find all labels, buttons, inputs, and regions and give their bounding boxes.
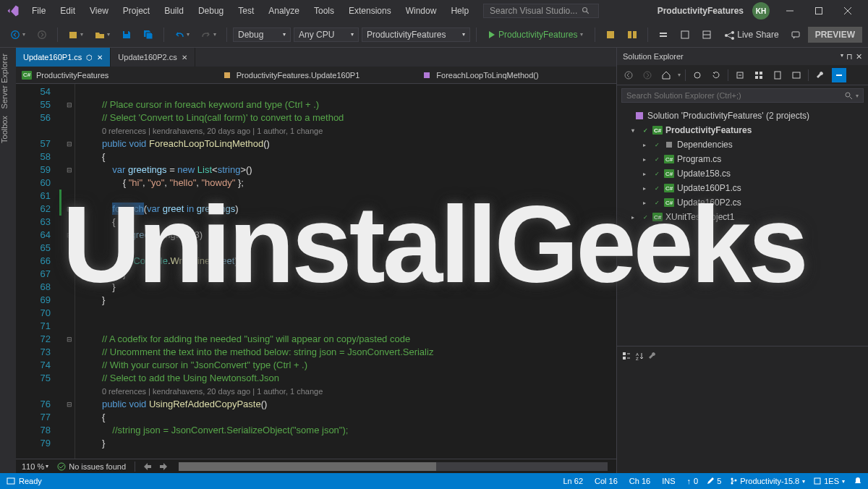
home-icon[interactable] xyxy=(659,68,673,82)
editor-tab[interactable]: Update160P2.cs✕ xyxy=(111,48,195,67)
status-col[interactable]: Col 16 xyxy=(595,477,618,485)
play-icon xyxy=(488,31,495,38)
status-push[interactable]: ↑0 xyxy=(687,477,699,485)
svg-rect-3 xyxy=(816,8,822,14)
preview-icon[interactable] xyxy=(789,68,804,82)
status-ins[interactable]: INS xyxy=(662,477,675,485)
repo-icon xyxy=(814,477,821,485)
nav-member-dropdown[interactable]: ForeachLoopToLinqMethod() xyxy=(416,69,616,82)
collapse-icon[interactable] xyxy=(733,68,747,82)
close-pane-icon[interactable]: ✕ xyxy=(856,52,862,61)
tree-node[interactable]: ▸✓Dependencies xyxy=(617,137,868,152)
undo-button[interactable]: ▾ xyxy=(170,27,194,43)
toolbar-icon-2[interactable] xyxy=(623,27,642,43)
dropdown-icon[interactable]: ▾ xyxy=(841,52,843,61)
status-changes[interactable]: 5 xyxy=(707,477,721,485)
wrench-icon[interactable] xyxy=(813,68,827,82)
zoom-level[interactable]: 110 %▾ xyxy=(22,462,48,471)
side-tab-server-explorer[interactable]: Server Explorer xyxy=(0,54,16,109)
close-button[interactable] xyxy=(833,0,862,22)
menu-analyze[interactable]: Analyze xyxy=(263,3,305,19)
sort-icon[interactable]: AZ xyxy=(634,351,644,361)
menu-view[interactable]: View xyxy=(84,3,114,19)
menu-extensions[interactable]: Extensions xyxy=(343,3,397,19)
redo-button[interactable]: ▾ xyxy=(197,27,221,43)
minimize-button[interactable] xyxy=(775,0,804,22)
show-all-icon[interactable] xyxy=(752,68,766,82)
menu-help[interactable]: Help xyxy=(445,3,475,19)
menu-tools[interactable]: Tools xyxy=(308,3,340,19)
fwd-nav-icon[interactable] xyxy=(640,68,655,82)
tree-node[interactable]: ▸✓C#Update158.cs xyxy=(617,166,868,181)
save-all-button[interactable] xyxy=(139,27,158,43)
view-toggle-icon[interactable] xyxy=(832,68,846,82)
close-tab-icon[interactable]: ✕ xyxy=(97,54,103,61)
platform-dropdown[interactable]: Any CPU▾ xyxy=(294,27,359,42)
refresh-icon[interactable] xyxy=(709,68,723,82)
feedback-button[interactable] xyxy=(786,27,805,43)
toolbar-icon-1[interactable] xyxy=(601,27,620,43)
tree-node[interactable]: ▸✓C#Update160P1.cs xyxy=(617,181,868,195)
issues-indicator[interactable]: No issues found xyxy=(57,462,126,471)
tree-node[interactable]: ▸✓C#Program.cs xyxy=(617,152,868,166)
config-dropdown[interactable]: Debug▾ xyxy=(233,27,291,42)
nav-type-dropdown[interactable]: ProductivityFeatures.Update160P1 xyxy=(216,69,417,82)
menu-build[interactable]: Build xyxy=(158,3,190,19)
prev-issue-icon[interactable] xyxy=(144,463,151,470)
csharp-file-icon: C# xyxy=(664,155,674,163)
start-debug-button[interactable]: ProductivityFeatures▾ xyxy=(482,27,589,43)
properties-icon[interactable] xyxy=(770,68,785,82)
save-button[interactable] xyxy=(117,27,136,43)
live-share-button[interactable]: Live Share xyxy=(720,27,783,43)
editor-tab[interactable]: Update160P1.cs⬡✕ xyxy=(16,48,111,67)
horizontal-scrollbar[interactable] xyxy=(179,462,608,471)
svg-line-37 xyxy=(850,97,852,99)
tree-node[interactable]: ▾✓C#ProductivityFeatures xyxy=(617,123,868,137)
next-issue-icon[interactable] xyxy=(160,463,167,470)
tree-node[interactable]: ▸✓C#Update160P2.cs xyxy=(617,195,868,210)
status-notifications[interactable] xyxy=(854,477,862,485)
back-button[interactable]: ▾ xyxy=(6,27,30,43)
svg-rect-21 xyxy=(792,32,799,37)
solution-root[interactable]: Solution 'ProductivityFeatures' (2 proje… xyxy=(617,109,868,123)
nav-scope-dropdown[interactable]: C#ProductivityFeatures xyxy=(16,69,216,81)
maximize-button[interactable] xyxy=(804,0,833,22)
categorize-icon[interactable] xyxy=(621,351,631,361)
solution-icon xyxy=(634,111,644,121)
startup-project-dropdown[interactable]: ProductivityFeatures▾ xyxy=(362,27,470,42)
menu-window[interactable]: Window xyxy=(400,3,443,19)
status-lang[interactable]: 1ES▾ xyxy=(814,477,845,485)
menu-file[interactable]: File xyxy=(26,3,51,19)
close-tab-icon[interactable]: ✕ xyxy=(182,54,187,61)
tree-node[interactable]: ▸✓C#XUnitTestProject1 xyxy=(617,210,868,224)
code-editor[interactable]: 5455565758596061626364656667686970717273… xyxy=(16,84,616,459)
code-body[interactable]: // Place cursor in foreach keyword and t… xyxy=(75,84,616,459)
menu-test[interactable]: Test xyxy=(232,3,260,19)
prop-wrench-icon[interactable] xyxy=(647,351,658,361)
toolbar-icon-4[interactable] xyxy=(676,27,694,43)
svg-rect-13 xyxy=(660,33,667,34)
menu-edit[interactable]: Edit xyxy=(54,3,81,19)
user-avatar[interactable]: KH xyxy=(752,2,770,20)
menu-project[interactable]: Project xyxy=(117,3,156,19)
toolbar-icon-3[interactable] xyxy=(654,27,673,43)
status-branch[interactable]: Productivity-15.8▾ xyxy=(730,477,805,485)
status-line[interactable]: Ln 62 xyxy=(563,477,583,485)
search-box[interactable]: Search Visual Studio... xyxy=(483,4,599,18)
open-button[interactable]: ▾ xyxy=(90,27,114,43)
side-tab-toolbox[interactable]: Toolbox xyxy=(0,116,16,143)
solution-search[interactable]: ▾ xyxy=(621,88,864,103)
solution-explorer-toolbar: ▾ xyxy=(617,65,868,85)
new-project-button[interactable]: ▾ xyxy=(64,27,88,43)
toolbar-icon-5[interactable] xyxy=(697,27,716,43)
menu-debug[interactable]: Debug xyxy=(192,3,229,19)
back-nav-icon[interactable] xyxy=(621,68,636,82)
svg-rect-11 xyxy=(628,31,631,38)
pin-icon[interactable]: ⊓ xyxy=(846,52,853,61)
forward-button[interactable] xyxy=(33,27,51,43)
svg-rect-14 xyxy=(660,35,667,37)
sync-icon[interactable] xyxy=(690,68,705,82)
status-ch[interactable]: Ch 16 xyxy=(629,477,650,485)
pin-icon[interactable]: ⬡ xyxy=(86,54,93,61)
csharp-file-icon: C# xyxy=(664,198,674,207)
